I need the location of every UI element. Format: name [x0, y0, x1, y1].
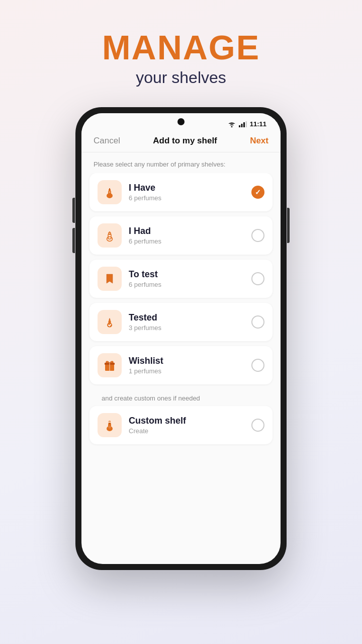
svg-rect-16	[109, 318, 110, 320]
svg-point-24	[109, 426, 111, 429]
next-button[interactable]: Next	[250, 136, 268, 146]
app-nav-bar: Cancel Add to my shelf Next	[81, 131, 281, 152]
shelf-name-custom: Custom shelf	[129, 416, 251, 426]
shelf-checkbox-wishlist[interactable]	[251, 359, 264, 372]
shelf-icon-custom	[98, 413, 122, 437]
shelf-name-i-had: I Had	[129, 226, 251, 236]
phone-screen: 11:11 Cancel Add to my shelf Next Please…	[81, 113, 281, 564]
shelf-info-wishlist: Wishlist 1 perfumes	[129, 356, 251, 375]
shelf-item-i-had[interactable]: I Had 6 perfumes	[89, 216, 273, 255]
shelf-item-custom[interactable]: Custom shelf Create	[89, 406, 273, 444]
custom-bottle-icon	[103, 419, 116, 432]
bottle-outline-icon	[103, 229, 116, 242]
status-time: 11:11	[250, 120, 266, 128]
shelf-count-wishlist: 1 perfumes	[129, 367, 251, 375]
shelf-name-to-test: To test	[129, 269, 251, 280]
shelf-info-i-have: I Have 6 perfumes	[129, 183, 251, 202]
page-header: MANAGE your shelves	[102, 30, 260, 87]
svg-rect-0	[239, 125, 240, 127]
bookmark-icon	[103, 272, 116, 285]
signal-icon	[239, 121, 247, 127]
gift-icon	[103, 359, 116, 372]
svg-rect-2	[243, 122, 245, 127]
shelf-icon-to-test	[98, 267, 122, 291]
shelf-count-to-test: 6 perfumes	[129, 281, 251, 288]
page-subtitle: your shelves	[102, 68, 260, 87]
shelf-checkbox-i-have[interactable]	[251, 186, 264, 199]
svg-rect-15	[109, 319, 111, 321]
cancel-button[interactable]: Cancel	[94, 136, 120, 146]
shelf-icon-wishlist	[98, 353, 122, 377]
shelf-count-i-had: 6 perfumes	[129, 237, 251, 245]
shelf-item-i-have[interactable]: I Have 6 perfumes	[89, 173, 273, 211]
wifi-icon	[228, 121, 236, 127]
shelf-checkbox-custom[interactable]	[251, 419, 264, 432]
bottle-check-icon	[103, 315, 116, 329]
shelf-name-i-have: I Have	[129, 183, 251, 193]
svg-rect-1	[241, 124, 242, 127]
shelf-icon-tested	[98, 310, 122, 334]
svg-rect-20	[109, 363, 110, 371]
shelf-checkbox-tested[interactable]	[251, 315, 264, 329]
nav-title: Add to my shelf	[153, 136, 217, 146]
status-right: 11:11	[228, 120, 266, 128]
page-title: MANAGE	[102, 30, 260, 64]
volume-up-button	[72, 198, 75, 223]
shelf-count-i-have: 6 perfumes	[129, 194, 251, 202]
shelf-count-tested: 3 perfumes	[129, 324, 251, 332]
bottle-icon	[103, 186, 116, 199]
phone-mockup: 11:11 Cancel Add to my shelf Next Please…	[75, 107, 287, 570]
custom-label-text: and create custom ones if needed	[89, 389, 273, 406]
shelf-info-custom: Custom shelf Create	[129, 416, 251, 435]
shelf-list: I Have 6 perfumes I Had 6 per	[81, 173, 281, 564]
shelf-item-wishlist[interactable]: Wishlist 1 perfumes	[89, 346, 273, 384]
camera-notch	[177, 118, 185, 125]
shelf-icon-i-have	[98, 180, 122, 204]
status-bar: 11:11	[81, 113, 281, 131]
shelf-count-custom: Create	[129, 427, 251, 435]
shelf-icon-i-had	[98, 223, 122, 248]
shelf-checkbox-i-had[interactable]	[251, 229, 264, 242]
svg-rect-23	[109, 423, 111, 424]
power-button	[287, 208, 290, 243]
svg-point-8	[109, 191, 111, 193]
svg-rect-7	[109, 188, 110, 190]
shelf-item-tested[interactable]: Tested 3 perfumes	[89, 303, 273, 341]
volume-down-button	[72, 228, 75, 253]
shelf-info-to-test: To test 6 perfumes	[129, 269, 251, 288]
shelf-info-i-had: I Had 6 perfumes	[129, 226, 251, 245]
svg-rect-3	[245, 121, 247, 127]
shelf-checkbox-to-test[interactable]	[251, 272, 264, 285]
shelf-name-tested: Tested	[129, 312, 251, 323]
shelf-info-tested: Tested 3 perfumes	[129, 312, 251, 332]
svg-rect-12	[109, 231, 110, 233]
shelf-name-wishlist: Wishlist	[129, 356, 251, 366]
shelf-item-to-test[interactable]: To test 6 perfumes	[89, 260, 273, 298]
instructions-text: Please select any number of primary shel…	[81, 152, 281, 173]
